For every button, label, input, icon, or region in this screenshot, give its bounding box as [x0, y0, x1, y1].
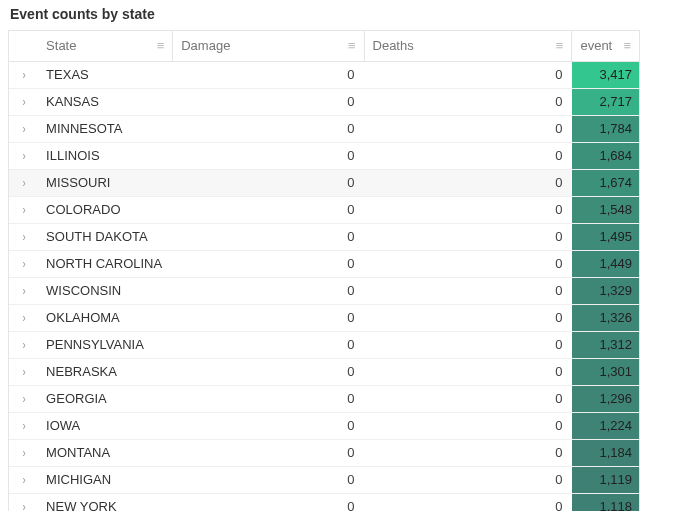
- cell-damage: 0: [173, 250, 364, 277]
- chevron-right-icon: ›: [22, 95, 25, 109]
- cell-damage: 0: [173, 142, 364, 169]
- cell-state: COLORADO: [38, 196, 173, 223]
- table-row[interactable]: ›MISSOURI001,674: [9, 169, 639, 196]
- cell-damage: 0: [173, 493, 364, 511]
- table-row[interactable]: ›NEW YORK001,118: [9, 493, 639, 511]
- table-row[interactable]: ›MICHIGAN001,119: [9, 466, 639, 493]
- header-damage[interactable]: Damage ≡: [173, 31, 364, 61]
- header-deaths-label: Deaths: [373, 38, 556, 53]
- cell-event: 1,548: [572, 196, 639, 223]
- cell-event: 1,296: [572, 385, 639, 412]
- expand-toggle[interactable]: ›: [9, 385, 38, 412]
- cell-state: MICHIGAN: [38, 466, 173, 493]
- cell-event: 1,495: [572, 223, 639, 250]
- cell-damage: 0: [173, 304, 364, 331]
- cell-state: NORTH CAROLINA: [38, 250, 173, 277]
- cell-deaths: 0: [365, 412, 573, 439]
- cell-deaths: 0: [365, 385, 573, 412]
- chevron-right-icon: ›: [22, 257, 25, 271]
- cell-state: IOWA: [38, 412, 173, 439]
- chevron-right-icon: ›: [22, 149, 25, 163]
- table-row[interactable]: ›SOUTH DAKOTA001,495: [9, 223, 639, 250]
- cell-event: 1,224: [572, 412, 639, 439]
- table-row[interactable]: ›ILLINOIS001,684: [9, 142, 639, 169]
- header-state-label: State: [46, 38, 157, 53]
- cell-deaths: 0: [365, 88, 573, 115]
- cell-damage: 0: [173, 115, 364, 142]
- menu-icon[interactable]: ≡: [348, 39, 356, 52]
- menu-icon[interactable]: ≡: [157, 39, 165, 52]
- table-row[interactable]: ›MINNESOTA001,784: [9, 115, 639, 142]
- chevron-right-icon: ›: [22, 392, 25, 406]
- expand-toggle[interactable]: ›: [9, 196, 38, 223]
- cell-state: ILLINOIS: [38, 142, 173, 169]
- cell-damage: 0: [173, 466, 364, 493]
- cell-damage: 0: [173, 61, 364, 88]
- table-row[interactable]: ›TEXAS003,417: [9, 61, 639, 88]
- expand-toggle[interactable]: ›: [9, 61, 38, 88]
- cell-damage: 0: [173, 412, 364, 439]
- expand-toggle[interactable]: ›: [9, 223, 38, 250]
- cell-event: 1,329: [572, 277, 639, 304]
- header-state[interactable]: State ≡: [38, 31, 173, 61]
- cell-damage: 0: [173, 439, 364, 466]
- chevron-right-icon: ›: [22, 176, 25, 190]
- chevron-right-icon: ›: [22, 311, 25, 325]
- table-row[interactable]: ›COLORADO001,548: [9, 196, 639, 223]
- table-row[interactable]: ›IOWA001,224: [9, 412, 639, 439]
- cell-deaths: 0: [365, 61, 573, 88]
- expand-toggle[interactable]: ›: [9, 358, 38, 385]
- table-row[interactable]: ›GEORGIA001,296: [9, 385, 639, 412]
- chevron-right-icon: ›: [22, 122, 25, 136]
- expand-toggle[interactable]: ›: [9, 331, 38, 358]
- expand-toggle[interactable]: ›: [9, 493, 38, 511]
- cell-deaths: 0: [365, 277, 573, 304]
- chevron-right-icon: ›: [22, 338, 25, 352]
- cell-deaths: 0: [365, 358, 573, 385]
- cell-damage: 0: [173, 223, 364, 250]
- cell-deaths: 0: [365, 304, 573, 331]
- cell-event: 1,684: [572, 142, 639, 169]
- menu-icon[interactable]: ≡: [556, 39, 564, 52]
- expand-toggle[interactable]: ›: [9, 115, 38, 142]
- expand-toggle[interactable]: ›: [9, 169, 38, 196]
- page-title: Event counts by state: [8, 6, 671, 22]
- cell-state: SOUTH DAKOTA: [38, 223, 173, 250]
- data-grid: State ≡ Damage ≡ Deaths ≡: [8, 30, 640, 511]
- cell-damage: 0: [173, 169, 364, 196]
- expand-toggle[interactable]: ›: [9, 250, 38, 277]
- expand-toggle[interactable]: ›: [9, 304, 38, 331]
- cell-state: WISCONSIN: [38, 277, 173, 304]
- expand-toggle[interactable]: ›: [9, 277, 38, 304]
- table-row[interactable]: ›WISCONSIN001,329: [9, 277, 639, 304]
- table-row[interactable]: ›NORTH CAROLINA001,449: [9, 250, 639, 277]
- expand-toggle[interactable]: ›: [9, 466, 38, 493]
- cell-deaths: 0: [365, 466, 573, 493]
- header-expand: [9, 31, 38, 61]
- chevron-right-icon: ›: [22, 473, 25, 487]
- table-row[interactable]: ›KANSAS002,717: [9, 88, 639, 115]
- expand-toggle[interactable]: ›: [9, 412, 38, 439]
- cell-state: MONTANA: [38, 439, 173, 466]
- cell-damage: 0: [173, 358, 364, 385]
- cell-deaths: 0: [365, 115, 573, 142]
- expand-toggle[interactable]: ›: [9, 439, 38, 466]
- cell-damage: 0: [173, 196, 364, 223]
- cell-state: KANSAS: [38, 88, 173, 115]
- cell-event: 1,119: [572, 466, 639, 493]
- cell-state: MINNESOTA: [38, 115, 173, 142]
- cell-deaths: 0: [365, 196, 573, 223]
- table-row[interactable]: ›OKLAHOMA001,326: [9, 304, 639, 331]
- chevron-right-icon: ›: [22, 284, 25, 298]
- table-row[interactable]: ›MONTANA001,184: [9, 439, 639, 466]
- table-row[interactable]: ›PENNSYLVANIA001,312: [9, 331, 639, 358]
- expand-toggle[interactable]: ›: [9, 88, 38, 115]
- cell-deaths: 0: [365, 223, 573, 250]
- table-row[interactable]: ›NEBRASKA001,301: [9, 358, 639, 385]
- header-damage-label: Damage: [181, 38, 348, 53]
- expand-toggle[interactable]: ›: [9, 142, 38, 169]
- header-event[interactable]: event ≡: [572, 31, 639, 61]
- header-deaths[interactable]: Deaths ≡: [365, 31, 573, 61]
- menu-icon[interactable]: ≡: [623, 39, 631, 52]
- cell-deaths: 0: [365, 142, 573, 169]
